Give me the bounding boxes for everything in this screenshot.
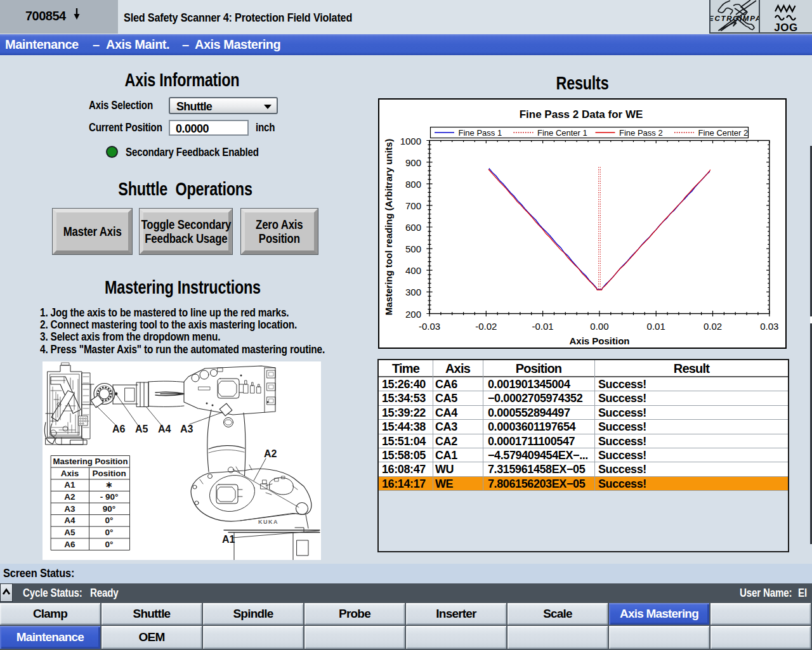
svg-text:∗: ∗ — [105, 480, 112, 490]
svg-text:500: 500 — [405, 244, 421, 254]
svg-text:-0.02: -0.02 — [475, 321, 497, 332]
svg-text:900: 900 — [405, 157, 421, 168]
svg-text:Axis: Axis — [61, 469, 79, 478]
svg-text:Mastering Position: Mastering Position — [53, 457, 128, 466]
svg-text:A4: A4 — [64, 516, 75, 525]
svg-text:Fine Pass 2: Fine Pass 2 — [619, 128, 663, 138]
svg-text:800: 800 — [405, 179, 421, 190]
svg-text:200: 200 — [405, 309, 421, 320]
svg-text:A1: A1 — [222, 534, 235, 545]
svg-text:A4: A4 — [158, 424, 171, 434]
svg-text:A2: A2 — [264, 448, 277, 459]
svg-text:KUKA: KUKA — [258, 519, 278, 525]
svg-text:Position: Position — [92, 469, 126, 478]
svg-text:90°: 90° — [103, 504, 115, 514]
svg-text:0.02: 0.02 — [704, 321, 722, 332]
svg-text:A2: A2 — [64, 492, 75, 502]
svg-text:A6: A6 — [112, 424, 126, 434]
svg-text:Fine Center 2: Fine Center 2 — [698, 128, 749, 138]
svg-text:1000: 1000 — [400, 136, 421, 146]
svg-text:Fine Center 1: Fine Center 1 — [537, 128, 587, 138]
svg-text:A6: A6 — [64, 540, 75, 549]
svg-text:A1: A1 — [64, 480, 75, 490]
svg-text:Fine Pass 1: Fine Pass 1 — [459, 128, 502, 138]
svg-text:300: 300 — [405, 287, 421, 297]
svg-text:A3: A3 — [180, 424, 193, 434]
svg-text:ECTROIMPA: ECTROIMPA — [710, 15, 759, 22]
svg-text:700: 700 — [405, 200, 421, 211]
svg-text:-0.01: -0.01 — [532, 321, 553, 332]
svg-text:0°: 0° — [105, 516, 114, 525]
svg-text:-0.03: -0.03 — [419, 321, 440, 332]
svg-text:0.03: 0.03 — [760, 321, 778, 332]
svg-text:600: 600 — [405, 222, 421, 233]
svg-text:0°: 0° — [105, 528, 114, 537]
svg-text:400: 400 — [405, 265, 421, 276]
svg-text:A5: A5 — [64, 528, 75, 537]
svg-text:A5: A5 — [135, 424, 148, 434]
svg-text:Fine Pass 2 Data for WE: Fine Pass 2 Data for WE — [520, 108, 643, 120]
svg-text:- 90°: - 90° — [100, 492, 119, 502]
svg-text:0°: 0° — [105, 540, 114, 549]
svg-text:0.01: 0.01 — [647, 321, 665, 332]
svg-text:A3: A3 — [64, 504, 75, 514]
svg-text:0.00: 0.00 — [590, 321, 608, 332]
svg-text:Mastering tool reading (Arbitr: Mastering tool reading (Arbitrary units) — [383, 139, 394, 315]
svg-text:Axis Position: Axis Position — [569, 335, 629, 346]
